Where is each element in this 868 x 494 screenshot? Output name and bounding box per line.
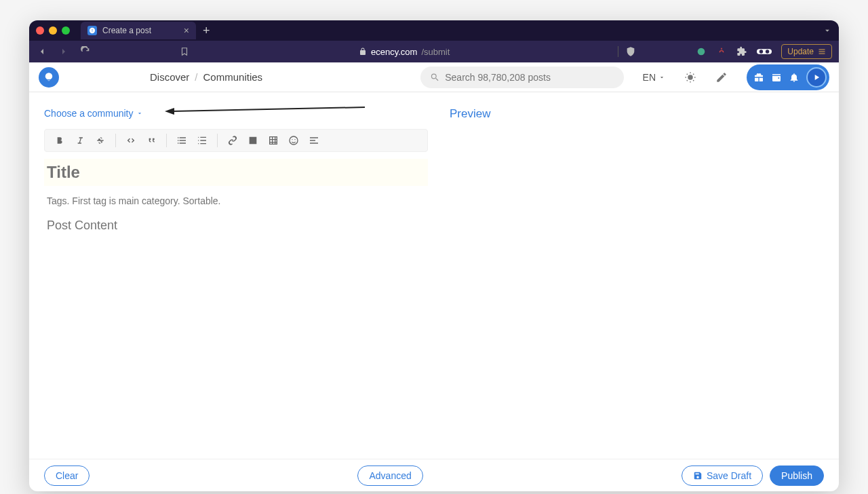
- editor-pane: Choose a community: [29, 92, 435, 459]
- save-draft-button[interactable]: Save Draft: [682, 466, 763, 486]
- advanced-button[interactable]: Advanced: [357, 466, 422, 486]
- close-window-icon[interactable]: [36, 26, 44, 35]
- theme-toggle-icon[interactable]: [684, 71, 696, 83]
- community-picker[interactable]: Choose a community: [44, 108, 143, 119]
- content-area: Choose a community: [29, 92, 839, 459]
- svg-point-2: [760, 50, 764, 54]
- language-selector[interactable]: EN: [643, 72, 665, 83]
- tabs-menu-icon[interactable]: [823, 26, 832, 35]
- maximize-window-icon[interactable]: [62, 26, 70, 35]
- url-path: /submit: [421, 47, 450, 57]
- glasses-icon[interactable]: [757, 47, 772, 56]
- code-button[interactable]: [121, 131, 140, 150]
- tab-favicon-icon: [87, 26, 97, 35]
- title-input[interactable]: [44, 159, 428, 186]
- extension-icon-2[interactable]: [716, 46, 727, 57]
- svg-point-0: [698, 48, 705, 56]
- update-button[interactable]: Update: [781, 44, 832, 59]
- svg-point-8: [292, 139, 292, 140]
- app-logo[interactable]: [39, 67, 59, 88]
- tags-input[interactable]: [44, 193, 428, 209]
- align-button[interactable]: [304, 131, 323, 150]
- extensions-puzzle-icon[interactable]: [736, 46, 747, 57]
- strikethrough-button[interactable]: [91, 131, 110, 150]
- save-icon: [693, 471, 703, 480]
- titlebar: Create a post × +: [29, 20, 839, 41]
- url-display[interactable]: ecency.com/submit: [359, 47, 450, 57]
- search-box[interactable]: [420, 66, 624, 88]
- header-nav: Discover / Communities: [150, 71, 262, 83]
- url-domain: ecency.com: [371, 47, 417, 57]
- minimize-window-icon[interactable]: [49, 26, 57, 35]
- annotation-arrow: [165, 106, 368, 115]
- nav-discover[interactable]: Discover: [150, 71, 189, 83]
- clear-button[interactable]: Clear: [44, 466, 90, 486]
- preview-label: Preview: [450, 107, 832, 121]
- table-button[interactable]: [264, 131, 283, 150]
- app-header: Discover / Communities EN: [29, 62, 839, 92]
- new-tab-button[interactable]: +: [203, 24, 210, 38]
- tab-close-icon[interactable]: ×: [184, 25, 189, 36]
- bookmark-icon[interactable]: [178, 45, 191, 58]
- link-button[interactable]: [223, 131, 242, 150]
- svg-point-3: [766, 50, 770, 54]
- italic-button[interactable]: [71, 131, 90, 150]
- bell-icon[interactable]: [789, 72, 800, 83]
- svg-point-7: [290, 136, 298, 145]
- body-input[interactable]: [44, 216, 428, 419]
- emoji-button[interactable]: [284, 131, 303, 150]
- ordered-list-button[interactable]: [172, 131, 191, 150]
- forward-button[interactable]: [58, 45, 70, 58]
- nav-communities[interactable]: Communities: [203, 71, 263, 83]
- image-button[interactable]: [243, 131, 262, 150]
- gift-icon[interactable]: [753, 72, 764, 83]
- url-bar: ecency.com/submit Update: [29, 41, 839, 62]
- user-menu[interactable]: [747, 64, 829, 90]
- quote-button[interactable]: [142, 131, 161, 150]
- tab-title: Create a post: [102, 26, 151, 35]
- search-icon: [430, 72, 440, 83]
- svg-point-9: [294, 139, 295, 140]
- editor-toolbar: [44, 129, 428, 152]
- unordered-list-button[interactable]: [193, 131, 212, 150]
- reload-button[interactable]: [79, 45, 92, 58]
- pencil-icon[interactable]: [715, 71, 728, 83]
- chevron-down-icon: [136, 110, 143, 117]
- shield-icon[interactable]: [618, 46, 636, 57]
- svg-marker-6: [165, 108, 174, 115]
- preview-pane: Preview: [435, 92, 839, 459]
- svg-line-5: [172, 107, 365, 111]
- publish-button[interactable]: Publish: [770, 466, 824, 486]
- search-input[interactable]: [445, 72, 614, 83]
- avatar[interactable]: [806, 67, 827, 88]
- browser-tab[interactable]: Create a post ×: [81, 22, 196, 39]
- svg-point-4: [688, 75, 693, 80]
- browser-window: Create a post × + ecency.com/submit: [29, 20, 839, 491]
- extension-icons: Update: [696, 44, 832, 59]
- footer: Clear Advanced Save Draft Publish: [29, 459, 839, 491]
- bold-button[interactable]: [50, 131, 69, 150]
- window-controls: [36, 26, 70, 35]
- svg-rect-1: [757, 49, 772, 54]
- extension-icon-1[interactable]: [696, 46, 707, 57]
- wallet-icon[interactable]: [771, 72, 782, 83]
- back-button[interactable]: [36, 45, 48, 58]
